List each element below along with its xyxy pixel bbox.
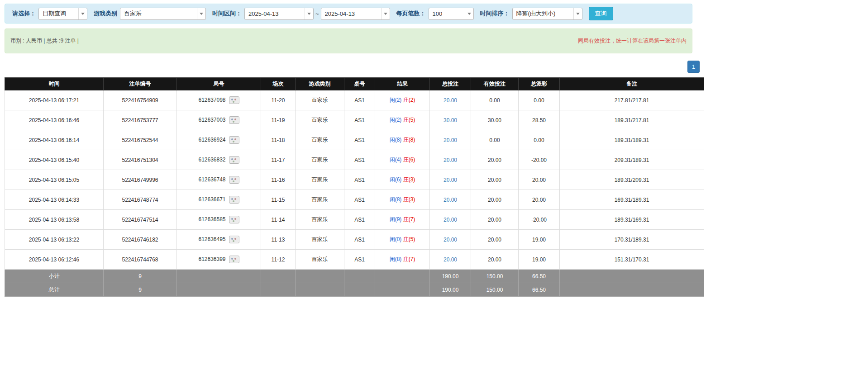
- game-type-select[interactable]: 百家乐: [120, 8, 206, 20]
- total-bet-link[interactable]: 30.00: [444, 117, 457, 123]
- roadmap-icon[interactable]: [229, 196, 239, 204]
- banker-result: 庄(6): [403, 157, 415, 163]
- table-no-cell: AS1: [344, 250, 375, 270]
- table-row: 2025-04-13 06:14:33522416748774612636671…: [5, 190, 704, 210]
- round-id-cell: 612637003: [177, 110, 261, 130]
- sort-order-label: 时间排序：: [480, 9, 510, 18]
- header-cell-result: 结果: [375, 78, 430, 90]
- game-type-cell: 百家乐: [296, 210, 344, 230]
- total-bet-link[interactable]: 20.00: [444, 237, 457, 243]
- date-from-value: 2025-04-13: [248, 10, 279, 17]
- session-cell: 11-18: [261, 130, 296, 150]
- empty-cell: [344, 283, 375, 297]
- result-cell: 闲(2) 庄(2): [375, 90, 430, 110]
- empty-cell: [177, 283, 261, 297]
- roadmap-icon[interactable]: [229, 96, 239, 104]
- payout-cell: 20.00: [519, 190, 560, 210]
- bet-id-cell: 522416744768: [104, 250, 177, 270]
- round-id-cell: 612636832: [177, 150, 261, 170]
- empty-cell: [375, 283, 430, 297]
- empty-cell: [296, 270, 344, 283]
- currency-total-text: 币别 : 人民币 | 总共 :9 注单 |: [10, 37, 79, 45]
- total-bet-link[interactable]: 20.00: [444, 197, 457, 203]
- filter-bar: 请选择： 日期查询 游戏类别 百家乐 时间区间： 2025-04-13 ~ 20…: [5, 4, 692, 24]
- time-cell: 2025-04-13 06:16:14: [5, 130, 104, 150]
- date-to-select[interactable]: 2025-04-13: [321, 8, 390, 20]
- session-cell: 11-20: [261, 90, 296, 110]
- empty-cell: [344, 270, 375, 283]
- subtotal-total-bet: 190.00: [430, 270, 471, 283]
- roadmap-icon[interactable]: [229, 156, 239, 164]
- remark-cell: 217.81/217.81: [560, 90, 704, 110]
- table-no-cell: AS1: [344, 130, 375, 150]
- query-button[interactable]: 查询: [589, 7, 613, 20]
- header-cell-payout: 总派彩: [519, 78, 560, 90]
- date-type-select[interactable]: 日期查询: [38, 8, 87, 20]
- total-bet-link[interactable]: 20.00: [444, 217, 457, 223]
- header-cell-table-no: 桌号: [344, 78, 375, 90]
- round-id-text: 612636924: [198, 137, 225, 143]
- date-from-select[interactable]: 2025-04-13: [244, 8, 314, 20]
- remark-cell: 209.31/189.31: [560, 150, 704, 170]
- total-label: 总计: [5, 283, 104, 297]
- round-id-cell: 612636585: [177, 210, 261, 230]
- bet-id-cell: 522416748774: [104, 190, 177, 210]
- total-bet-link[interactable]: 20.00: [444, 157, 457, 163]
- valid-bet-cell: 0.00: [471, 90, 519, 110]
- banker-result: 庄(3): [403, 196, 415, 203]
- payout-cell: -20.00: [519, 210, 560, 230]
- total-bet-link[interactable]: 20.00: [444, 177, 457, 183]
- date-range-separator: ~: [315, 10, 319, 17]
- table-no-cell: AS1: [344, 150, 375, 170]
- session-cell: 11-12: [261, 250, 296, 270]
- bet-history-page: 请选择： 日期查询 游戏类别 百家乐 时间区间： 2025-04-13 ~ 20…: [0, 0, 868, 370]
- header-cell-time: 时间: [5, 78, 104, 90]
- total-bet-link[interactable]: 20.00: [444, 256, 457, 263]
- total-bet-link[interactable]: 20.00: [444, 97, 457, 104]
- table-no-cell: AS1: [344, 190, 375, 210]
- player-result: 闲(8): [390, 196, 402, 203]
- round-id-cell: 612637098: [177, 90, 261, 110]
- valid-bet-note: 同局有效投注，统一计算在该局第一张注单内: [578, 37, 687, 45]
- roadmap-icon[interactable]: [229, 216, 239, 223]
- player-result: 闲(4): [390, 157, 402, 163]
- result-cell: 闲(8) 庄(3): [375, 190, 430, 210]
- roadmap-icon[interactable]: [229, 136, 239, 144]
- total-bet-link[interactable]: 20.00: [444, 137, 457, 143]
- round-id-text: 612636495: [198, 236, 225, 242]
- time-cell: 2025-04-13 06:12:46: [5, 250, 104, 270]
- bet-id-cell: 522416751304: [104, 150, 177, 170]
- roadmap-icon[interactable]: [229, 256, 239, 263]
- valid-bet-cell: 20.00: [471, 150, 519, 170]
- bet-id-cell: 522416754909: [104, 90, 177, 110]
- bet-id-cell: 522416752544: [104, 130, 177, 150]
- page-button-1[interactable]: 1: [687, 61, 700, 73]
- roadmap-icon[interactable]: [229, 116, 239, 124]
- time-cell: 2025-04-13 06:13:22: [5, 230, 104, 250]
- date-type-label: 请选择：: [12, 9, 36, 18]
- round-id-text: 612636748: [198, 176, 225, 183]
- total-bet-cell: 20.00: [430, 230, 471, 250]
- banker-result: 庄(7): [403, 216, 415, 223]
- total-bet-cell: 20.00: [430, 130, 471, 150]
- table-no-cell: AS1: [344, 110, 375, 130]
- game-type-cell: 百家乐: [296, 90, 344, 110]
- per-page-select[interactable]: 100: [429, 8, 474, 20]
- game-type-cell: 百家乐: [296, 110, 344, 130]
- player-result: 闲(9): [390, 216, 402, 223]
- banker-result: 庄(5): [403, 117, 415, 123]
- round-id-text: 612637003: [198, 117, 225, 123]
- round-id-text: 612637098: [198, 97, 225, 103]
- roadmap-icon[interactable]: [229, 236, 239, 243]
- result-cell: 闲(6) 庄(3): [375, 170, 430, 190]
- remark-cell: 189.31/217.81: [560, 110, 704, 130]
- payout-cell: 0.00: [519, 90, 560, 110]
- player-result: 闲(8): [390, 256, 402, 262]
- valid-bet-cell: 20.00: [471, 250, 519, 270]
- round-id-cell: 612636495: [177, 230, 261, 250]
- total-count: 9: [104, 283, 177, 297]
- table-body: 2025-04-13 06:17:21522416754909612637098…: [5, 90, 704, 270]
- sort-order-select[interactable]: 降冪(由大到小): [512, 8, 582, 20]
- roadmap-icon[interactable]: [229, 176, 239, 184]
- subtotal-count: 9: [104, 270, 177, 283]
